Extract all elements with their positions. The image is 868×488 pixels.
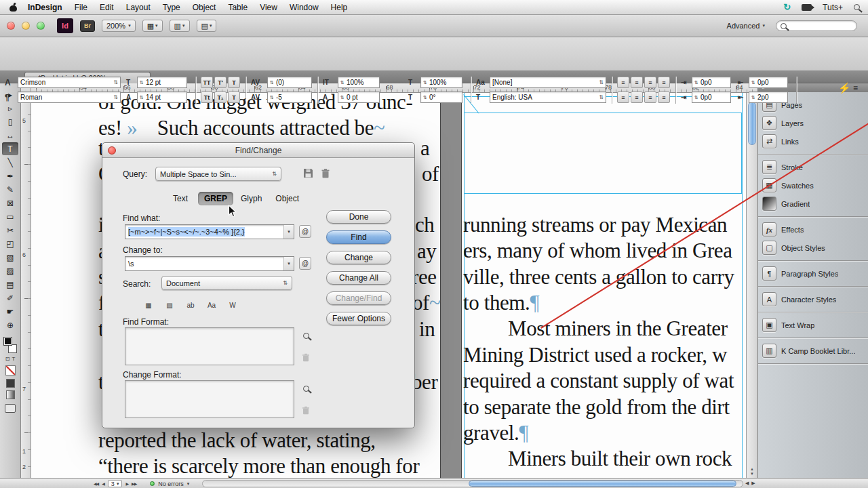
stepper-icon[interactable]: ⇅ — [270, 95, 274, 100]
font-style-combo[interactable]: Roman⇅ — [18, 92, 121, 103]
gradient-swatch-tool[interactable]: ▧ — [2, 251, 18, 264]
panel-button-layers[interactable]: ❖Layers — [758, 114, 868, 132]
vertical-ruler[interactable]: 56712 — [21, 93, 31, 478]
whole-word-icon[interactable]: W — [226, 300, 239, 311]
scissors-tool[interactable]: ✂ — [2, 224, 18, 237]
menu-type[interactable]: Type — [157, 0, 186, 15]
case-sensitive-icon[interactable]: Aa — [205, 300, 218, 311]
find-button[interactable]: Find — [326, 230, 391, 244]
fill-swatch[interactable] — [3, 337, 12, 346]
stepper-icon[interactable]: ⇅ — [340, 80, 344, 85]
strikethrough-button[interactable]: T — [228, 92, 240, 103]
pencil-tool[interactable]: ✎ — [2, 183, 18, 196]
done-button[interactable]: Done — [326, 210, 391, 224]
tab-object[interactable]: Object — [269, 192, 305, 205]
horizontal-scale-field[interactable]: ⇅100% — [420, 77, 462, 88]
applied-character-style-combo[interactable]: [None]⇅ — [490, 77, 606, 88]
spotlight-search-icon[interactable] — [854, 4, 860, 10]
hand-tool[interactable]: ☛ — [2, 305, 18, 318]
direct-selection-tool[interactable]: ▹ — [2, 102, 18, 115]
fill-stroke-swatches[interactable] — [2, 337, 18, 353]
search-input[interactable] — [776, 20, 857, 31]
arrange-documents-button[interactable]: ▤▾ — [197, 20, 217, 32]
workspace-switcher[interactable]: Advanced ▾ — [723, 20, 769, 32]
specify-find-attributes-icon[interactable] — [300, 330, 311, 341]
formatting-affects-container-icon[interactable]: ⊡ — [5, 356, 10, 362]
kerning-field[interactable]: ⇅(0) — [267, 77, 312, 88]
window-close-button[interactable] — [7, 22, 15, 30]
panel-button-character-styles[interactable]: ACharacter Styles — [758, 290, 868, 308]
apply-gradient-swatch[interactable] — [6, 390, 15, 399]
tab-glyph[interactable]: Glyph — [235, 192, 268, 205]
change-button[interactable]: Change — [326, 251, 391, 264]
character-formatting-icon[interactable]: A — [5, 77, 11, 88]
rectangle-frame-tool[interactable]: ⊠ — [2, 197, 18, 209]
stepper-icon[interactable]: ⇅ — [340, 95, 344, 100]
first-page-button[interactable]: ◀◀ — [94, 481, 98, 486]
next-page-button[interactable]: ▶ — [125, 481, 128, 486]
tab-grep[interactable]: GREP — [198, 192, 233, 205]
skew-field[interactable]: ⇅0° — [420, 92, 462, 103]
query-select[interactable]: Multiple Space to Sin... ⇅ — [155, 167, 281, 181]
panel-button-stroke[interactable]: ≣Stroke — [758, 158, 868, 176]
indent-last-line-field[interactable]: ⇅2p0 — [749, 92, 788, 103]
change-history-dropdown-icon[interactable]: ▾ — [283, 257, 294, 270]
panel-button-gradient[interactable]: Gradient — [758, 195, 868, 213]
apply-none-swatch[interactable] — [5, 365, 16, 375]
zoom-tool[interactable]: ⊕ — [2, 319, 18, 331]
dialog-close-button[interactable] — [108, 146, 116, 155]
page-number-select[interactable]: 3 ▾ — [108, 480, 123, 487]
stepper-icon[interactable]: ⇅ — [423, 80, 427, 85]
window-minimize-button[interactable] — [22, 22, 30, 30]
chevron-down-icon[interactable]: ▾ — [187, 481, 190, 487]
delete-query-icon[interactable] — [321, 168, 332, 179]
font-size-field[interactable]: ⇅12 pt — [137, 77, 187, 88]
menu-window[interactable]: Window — [283, 0, 325, 15]
dialog-title-bar[interactable]: Find/Change — [102, 143, 414, 158]
indent-first-line-field[interactable]: ⇅0p0 — [692, 92, 731, 103]
panel-button-swatches[interactable]: ▦Swatches — [758, 176, 868, 195]
justify-right-button[interactable]: ≡ — [644, 92, 656, 103]
justify-left-button[interactable]: ≡ — [617, 92, 629, 103]
formatting-affects-text-icon[interactable]: T — [12, 356, 15, 362]
panel-menu-icon[interactable]: ≡ — [853, 82, 858, 94]
find-what-field[interactable]: [~m~>~f~|~S~s~<~/~.~3~4~% ]{2,} ▾ — [125, 224, 294, 239]
preflight-status-label[interactable]: No errors — [158, 481, 184, 487]
bridge-button[interactable]: Br — [80, 20, 95, 32]
apple-menu-icon[interactable] — [9, 3, 18, 12]
leading-field[interactable]: ⇅14 pt — [137, 92, 187, 103]
find-special-characters-button[interactable]: @ — [299, 225, 311, 238]
stepper-icon[interactable]: ⇅ — [751, 80, 755, 85]
paragraph-formatting-icon[interactable]: ¶ — [5, 92, 9, 103]
tuts-plus-menu[interactable]: Tuts+ — [823, 3, 843, 12]
include-master-pages-icon[interactable]: ▤ — [163, 300, 176, 311]
screen-mode-select[interactable]: ▥▾ — [170, 20, 190, 32]
change-format-box[interactable] — [125, 380, 294, 418]
horizontal-scrollbar[interactable] — [202, 480, 743, 487]
previous-page-button[interactable]: ◀ — [102, 481, 104, 486]
panel-button-effects[interactable]: fxEffects — [758, 220, 868, 239]
change-all-button[interactable]: Change All — [326, 271, 391, 285]
align-left-button[interactable]: ≡ — [617, 77, 629, 88]
stepper-icon[interactable]: ⇅ — [751, 95, 755, 100]
panel-button-k-camp-booklet-libr[interactable]: ▥K Camp Booklet Libr... — [758, 342, 868, 360]
subscript-button[interactable]: T₁ — [214, 92, 226, 103]
underline-button[interactable]: T — [228, 77, 240, 88]
align-right-button[interactable]: ≡ — [644, 77, 656, 88]
specify-change-attributes-icon[interactable] — [300, 383, 311, 394]
free-transform-tool[interactable]: ◰ — [2, 237, 18, 250]
align-center-button[interactable]: ≡ — [631, 77, 643, 88]
apply-color-swatch[interactable] — [6, 379, 15, 388]
scrollbar-arrows[interactable]: ▲▼ — [747, 467, 757, 476]
clear-find-format-icon[interactable] — [300, 352, 311, 363]
window-zoom-button[interactable] — [37, 22, 45, 30]
quick-apply-lightning-icon[interactable]: ⚡ — [838, 82, 851, 94]
search-scope-select[interactable]: Document ⇅ — [161, 276, 292, 290]
change-to-field[interactable]: \s ▾ — [125, 256, 294, 271]
find-format-box[interactable] — [125, 327, 294, 365]
menu-help[interactable]: Help — [325, 0, 354, 15]
vertical-scale-field[interactable]: ⇅100% — [338, 77, 380, 88]
panel-button-text-wrap[interactable]: ▣Text Wrap — [758, 316, 868, 334]
stepper-icon[interactable]: ⇅ — [140, 95, 144, 100]
change-special-characters-button[interactable]: @ — [299, 257, 311, 270]
